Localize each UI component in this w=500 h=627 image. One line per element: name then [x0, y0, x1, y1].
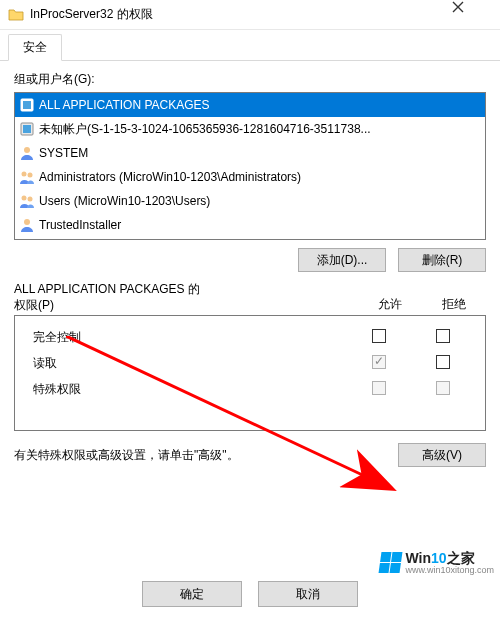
tab-security[interactable]: 安全	[8, 34, 62, 61]
principal-row[interactable]: ALL APPLICATION PACKAGES	[15, 93, 485, 117]
permissions-header: ALL APPLICATION PACKAGES 的 权限(P) 允许 拒绝	[14, 282, 486, 313]
permissions-box: 完全控制 读取 特殊权限	[14, 315, 486, 431]
principal-name: SYSTEM	[39, 146, 88, 160]
svg-point-4	[24, 147, 30, 153]
principal-row[interactable]: Administrators (MicroWin10-1203\Administ…	[15, 165, 485, 189]
permission-name: 完全控制	[25, 329, 347, 346]
package-icon	[19, 121, 35, 137]
permission-name: 特殊权限	[25, 381, 347, 398]
deny-checkbox-read[interactable]	[436, 355, 450, 369]
dialog-buttons: 确定 取消	[0, 581, 500, 607]
permission-row: 完全控制	[25, 324, 475, 350]
principal-row[interactable]: 未知帐户(S-1-15-3-1024-1065365936-1281604716…	[15, 117, 485, 141]
svg-point-7	[22, 196, 27, 201]
principal-row[interactable]: SYSTEM	[15, 141, 485, 165]
permission-name: 读取	[25, 355, 347, 372]
add-remove-row: 添加(D)... 删除(R)	[14, 248, 486, 272]
principal-name: 未知帐户(S-1-15-3-1024-1065365936-1281604716…	[39, 121, 371, 138]
advanced-line: 有关特殊权限或高级设置，请单击"高级"。 高级(V)	[14, 443, 486, 467]
watermark-brand-prefix: Win	[405, 550, 431, 566]
tab-strip: 安全	[0, 30, 500, 60]
svg-point-8	[28, 197, 33, 202]
permissions-for-label-1: ALL APPLICATION PACKAGES 的	[14, 282, 200, 296]
groups-label: 组或用户名(G):	[14, 71, 486, 88]
title-bar: InProcServer32 的权限	[0, 0, 500, 30]
principal-row[interactable]: TrustedInstaller	[15, 213, 485, 237]
watermark-url: www.win10xitong.com	[405, 566, 494, 575]
cancel-button[interactable]: 取消	[258, 581, 358, 607]
permission-row: 读取	[25, 350, 475, 376]
svg-point-6	[28, 173, 33, 178]
advanced-hint: 有关特殊权限或高级设置，请单击"高级"。	[14, 447, 398, 464]
add-button[interactable]: 添加(D)...	[298, 248, 386, 272]
window-title: InProcServer32 的权限	[30, 6, 452, 23]
ok-button[interactable]: 确定	[142, 581, 242, 607]
group-icon	[19, 193, 35, 209]
deny-header: 拒绝	[422, 296, 486, 313]
advanced-button[interactable]: 高级(V)	[398, 443, 486, 467]
svg-rect-1	[23, 101, 31, 109]
group-icon	[19, 169, 35, 185]
remove-button[interactable]: 删除(R)	[398, 248, 486, 272]
allow-checkbox-full[interactable]	[372, 329, 386, 343]
svg-point-9	[24, 219, 30, 225]
svg-rect-3	[23, 125, 31, 133]
allow-header: 允许	[358, 296, 422, 313]
user-icon	[19, 217, 35, 233]
svg-point-5	[22, 172, 27, 177]
security-panel: 组或用户名(G): ALL APPLICATION PACKAGES 未知帐户(…	[0, 60, 500, 481]
user-icon	[19, 145, 35, 161]
permission-row: 特殊权限	[25, 376, 475, 402]
watermark-brand-suffix: 之家	[447, 550, 475, 566]
package-icon	[19, 97, 35, 113]
allow-checkbox-read	[372, 355, 386, 369]
windows-logo-icon	[379, 552, 403, 573]
allow-checkbox-special	[372, 381, 386, 395]
close-icon	[452, 1, 496, 13]
principal-name: Administrators (MicroWin10-1203\Administ…	[39, 170, 301, 184]
principal-name: Users (MicroWin10-1203\Users)	[39, 194, 210, 208]
watermark: Win10之家 www.win10xitong.com	[380, 551, 494, 575]
principal-name: ALL APPLICATION PACKAGES	[39, 98, 210, 112]
deny-checkbox-special	[436, 381, 450, 395]
principals-listbox[interactable]: ALL APPLICATION PACKAGES 未知帐户(S-1-15-3-1…	[14, 92, 486, 240]
folder-icon	[8, 7, 24, 23]
permissions-for-label-2: 权限(P)	[14, 298, 54, 312]
close-button[interactable]	[452, 1, 496, 29]
principal-name: TrustedInstaller	[39, 218, 121, 232]
watermark-brand-num: 10	[431, 550, 447, 566]
principal-row[interactable]: Users (MicroWin10-1203\Users)	[15, 189, 485, 213]
deny-checkbox-full[interactable]	[436, 329, 450, 343]
